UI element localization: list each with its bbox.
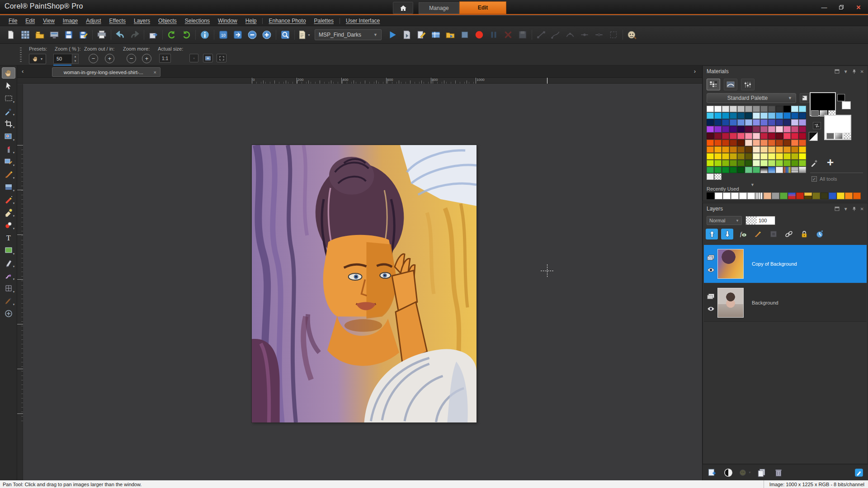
layer-row-copy-of-background[interactable]: Copy of Background [704, 245, 867, 283]
color-swatch[interactable] [730, 119, 737, 126]
restore-button[interactable] [835, 3, 848, 12]
edit-selection-button[interactable] [853, 467, 865, 479]
color-swatch[interactable] [799, 160, 806, 166]
color-swatch[interactable] [730, 113, 737, 119]
color-swatch[interactable] [799, 153, 806, 160]
open-script-folder-button[interactable] [443, 28, 458, 42]
chevron-down-icon[interactable]: ▼ [844, 206, 848, 211]
menu-item-help[interactable]: Help [241, 18, 261, 24]
flyout-caret-icon[interactable]: ▼ [13, 202, 15, 205]
run-script-button[interactable] [385, 28, 400, 42]
color-swatch[interactable] [745, 119, 752, 126]
material-dropper-button[interactable] [810, 158, 819, 169]
color-swatch[interactable] [764, 192, 771, 199]
color-swatch[interactable] [753, 167, 760, 173]
close-icon[interactable]: ✕ [860, 69, 864, 74]
color-swatch[interactable] [737, 126, 745, 132]
color-swatch[interactable] [722, 160, 729, 166]
actual-size-button[interactable]: 1:1 [159, 54, 171, 63]
color-swatch[interactable] [783, 167, 791, 173]
preview-toggle-button[interactable]: ▫ [189, 54, 198, 62]
eraser-tool[interactable]: ▼ [2, 206, 15, 218]
color-swatch[interactable] [791, 167, 798, 173]
color-swatch[interactable] [776, 133, 783, 139]
menu-item-image[interactable]: Image [59, 18, 82, 24]
color-swatch[interactable] [791, 113, 798, 119]
palette-menu-button[interactable] [800, 93, 810, 103]
layer-name[interactable]: Background [752, 300, 778, 305]
color-swatch[interactable] [776, 160, 783, 166]
color-swatch[interactable] [768, 119, 775, 126]
color-swatch[interactable] [722, 113, 729, 119]
dock-frame-icon[interactable] [835, 206, 840, 211]
swap-colors-button[interactable] [813, 122, 821, 129]
chevron-down-icon[interactable]: ▼ [844, 69, 848, 74]
color-swatch[interactable] [776, 119, 783, 126]
new-layer-button[interactable] [705, 467, 718, 479]
color-swatch[interactable] [722, 140, 729, 146]
add-material-button[interactable]: + [827, 155, 834, 169]
color-swatch[interactable] [714, 153, 722, 160]
flyout-caret-icon[interactable]: ▼ [13, 278, 15, 281]
color-swatch[interactable] [707, 192, 714, 199]
print-button[interactable] [94, 28, 109, 42]
menu-item-palettes[interactable]: Palettes [310, 18, 338, 24]
dropper-tool[interactable]: ▼ [2, 105, 15, 117]
color-swatch[interactable] [776, 153, 783, 160]
flyout-caret-icon[interactable]: ▼ [13, 215, 15, 217]
color-swatch[interactable] [722, 106, 729, 112]
background-layer-icon[interactable] [707, 293, 715, 300]
color-swatch[interactable] [707, 119, 714, 126]
menu-item-window[interactable]: Window [214, 18, 241, 24]
color-swatch[interactable] [722, 119, 729, 126]
color-swatch[interactable] [737, 133, 745, 139]
zoom-in-button[interactable]: + [105, 54, 114, 63]
save-button[interactable] [61, 28, 76, 42]
flyout-caret-icon[interactable]: ▼ [13, 113, 15, 116]
black-white-toggle[interactable] [809, 132, 818, 141]
tab-scroll-left-icon[interactable]: ‹ [22, 68, 24, 75]
menu-item-objects[interactable]: Objects [154, 18, 181, 24]
color-swatch[interactable] [753, 126, 760, 132]
color-swatch[interactable] [768, 160, 775, 166]
layer-name[interactable]: Copy of Background [752, 261, 797, 267]
color-swatch[interactable] [799, 146, 806, 153]
color-swatch[interactable] [768, 146, 775, 153]
flyout-caret-icon[interactable]: ▼ [13, 253, 15, 255]
menu-item-selections[interactable]: Selections [181, 18, 214, 24]
auto-update-button[interactable] [813, 229, 826, 239]
color-swatch[interactable] [791, 160, 798, 166]
minimize-button[interactable]: — [817, 3, 831, 12]
color-swatch[interactable] [753, 140, 760, 146]
workspace-tab-manage[interactable]: Manage [419, 2, 459, 14]
color-swatch[interactable] [768, 113, 775, 119]
color-swatch[interactable] [753, 146, 760, 153]
color-swatch[interactable] [776, 113, 783, 119]
spinner-arrows[interactable]: ▲▼ [72, 54, 78, 63]
color-swatch[interactable] [760, 113, 768, 119]
color-swatch[interactable] [783, 146, 791, 153]
background-mini-chip[interactable] [842, 101, 851, 109]
text-tool[interactable]: T [2, 232, 15, 243]
fullscreen-preview-button[interactable] [217, 54, 226, 62]
color-swatch[interactable] [737, 106, 745, 112]
menu-item-adjust[interactable]: Adjust [82, 18, 105, 24]
color-swatch[interactable] [829, 192, 836, 199]
bg-color-style-button[interactable] [826, 133, 834, 139]
visibility-eye-icon[interactable] [707, 305, 715, 312]
color-swatch[interactable] [745, 126, 752, 132]
screen-capture-button[interactable] [47, 28, 61, 42]
fit-window-button[interactable] [203, 54, 213, 62]
color-swatch[interactable] [745, 167, 752, 173]
warp-brush-tool[interactable]: ▼ [2, 270, 15, 281]
layer-thumbnail[interactable] [717, 249, 744, 279]
foreground-mini-chip[interactable] [837, 94, 845, 101]
tab-sliders[interactable] [741, 79, 755, 90]
color-swatch[interactable] [739, 192, 747, 199]
color-swatch[interactable] [799, 126, 806, 132]
color-swatch[interactable] [772, 192, 779, 199]
color-swatch[interactable] [737, 160, 745, 166]
color-swatch[interactable] [730, 167, 737, 173]
color-swatch[interactable] [730, 146, 737, 153]
image-info-button[interactable] [198, 28, 212, 42]
